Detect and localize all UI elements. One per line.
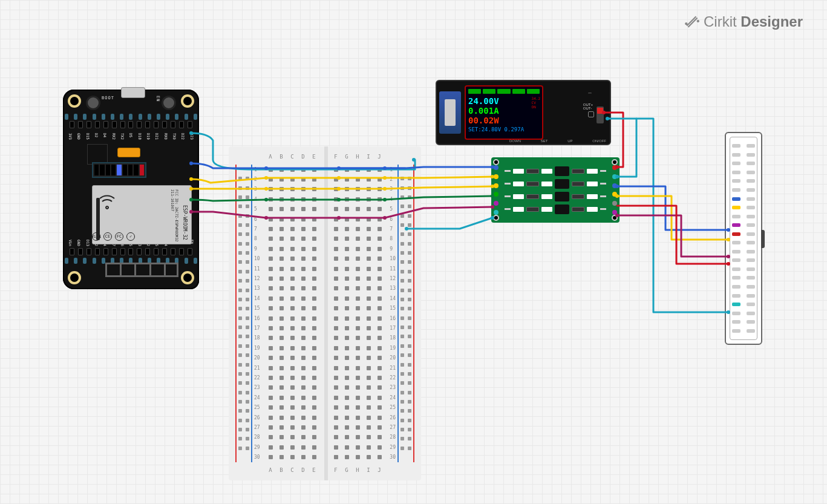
row-nums-right: 1234567891011121314151617181920212223242… <box>390 165 396 462</box>
mount-hole <box>181 271 194 284</box>
en-label: EN <box>155 96 160 102</box>
pm-btn-labels: DOWNSETUPON/OFF <box>509 139 606 143</box>
pinrow-outer-top <box>63 114 199 121</box>
col-hdr-left: ABCDE <box>265 154 319 160</box>
pm-set: SET:24.80V 0.297A <box>468 126 540 133</box>
col-hdr-right: FGHIJ <box>330 154 385 160</box>
pm-out-port <box>588 111 594 117</box>
pm-current: 0.001A <box>468 106 540 116</box>
ls-input-pins[interactable] <box>492 163 500 217</box>
center-gap <box>324 146 328 480</box>
tie-pins-left <box>265 165 319 462</box>
row-nums-left: 1234567891011121314151617181920212223242… <box>254 165 260 462</box>
breadboard[interactable]: ABCDE ABCDE 1234567891011121314151617181… <box>229 146 421 480</box>
logo-icon <box>684 14 700 30</box>
esp32-board[interactable]: BOOT EN 3V3GNDD15D2D4RX2TX2D5D18D19D21RX… <box>63 90 199 289</box>
shield-main-text: ESP-WROOM-32 <box>182 205 188 240</box>
usb-icon: ⎓ <box>588 90 592 96</box>
out-labels: OUT+ OUT- <box>583 103 593 110</box>
mount-hole <box>181 94 194 108</box>
pm-power: 00.02W <box>468 116 540 125</box>
boot-button[interactable] <box>86 96 100 110</box>
pin-header-bot[interactable] <box>69 248 193 258</box>
col-hdrb-right: FGHIJ <box>330 467 385 473</box>
rail-pins-left <box>237 174 250 453</box>
brand-text: Cirkit Designer <box>704 13 803 30</box>
header-connector[interactable] <box>725 132 762 345</box>
level-shifter-board[interactable] <box>491 157 619 223</box>
mount-hole <box>68 271 81 284</box>
usb-serial-chip <box>87 144 108 165</box>
rail-pins-right <box>399 174 413 453</box>
pm-display: 24.00V 0.001A 00.02W SET:24.80V 0.297A 3… <box>465 85 543 140</box>
pm-temp: 34.2 CV ON <box>532 96 540 109</box>
connector-tab <box>761 230 765 248</box>
mount-hole <box>68 94 81 108</box>
wifi-icon <box>97 191 117 210</box>
tie-rows-left[interactable]: ABCDE ABCDE 1234567891011121314151617181… <box>265 165 319 462</box>
usb-a-port <box>439 91 461 134</box>
connector-pins-left[interactable] <box>732 142 740 335</box>
boot-label: BOOT <box>102 96 114 100</box>
led-bar <box>92 162 146 178</box>
micro-usb-port <box>121 87 145 98</box>
power-rail-right[interactable] <box>393 156 419 471</box>
ls-opto-chips <box>505 166 606 214</box>
ls-output-pins[interactable] <box>611 163 618 217</box>
pin-labels-top: 3V3GNDD15D2D4RX2TX2D5D18D19D21RX0TX0D22D… <box>68 133 194 139</box>
pin-header-top[interactable] <box>69 121 193 131</box>
pcb-antenna <box>105 263 178 277</box>
usb-power-meter[interactable]: U⚡B 24.00V 0.001A 00.02W SET:24.80V 0.29… <box>436 80 611 145</box>
pm-switch[interactable] <box>597 106 604 123</box>
circuit-canvas[interactable]: Cirkit Designer BOOT EN 3V3GNDD15D2D4RX2… <box>0 0 827 504</box>
en-button[interactable] <box>162 96 176 110</box>
power-rail-left[interactable] <box>231 156 257 471</box>
pm-voltage: 24.00V <box>468 96 540 106</box>
tie-rows-right[interactable]: FGHIJ FGHIJ 1234567891011121314151617181… <box>330 165 385 462</box>
shield-sub-text: FCC ID: 2AC7Z-ESPWROOM32 211-161007 <box>171 189 179 242</box>
brand-logo: Cirkit Designer <box>684 13 803 30</box>
tie-pins-right <box>330 165 385 462</box>
col-hdrb-left: ABCDE <box>265 467 319 473</box>
capacitor <box>117 148 140 157</box>
certification-badges: WiFiCEFC✓ <box>92 232 135 241</box>
connector-pins-right[interactable] <box>747 142 755 335</box>
